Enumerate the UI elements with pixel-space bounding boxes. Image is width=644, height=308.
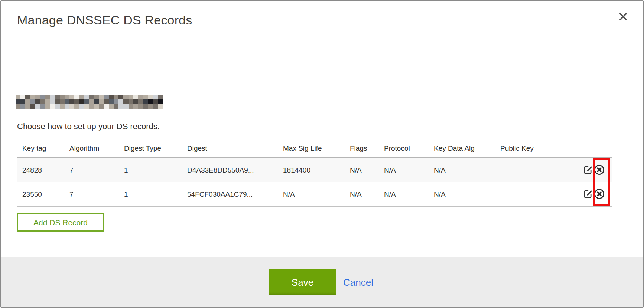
cell-protocol: N/A [384, 190, 396, 199]
x-circle-icon [594, 189, 605, 200]
column-header-protocol: Protocol [384, 144, 410, 153]
edit-icon [583, 189, 593, 200]
cell-key-tag: 24828 [22, 166, 42, 174]
redacted-domain-name [16, 95, 163, 109]
add-ds-record-button[interactable]: Add DS Record [17, 213, 104, 232]
cell-digest: 54FCF030AA1C79... [187, 190, 253, 199]
column-header-max-sig-life: Max Sig Life [283, 144, 322, 153]
close-icon [618, 11, 629, 23]
x-circle-icon [594, 164, 605, 176]
column-header-public-key: Public Key [500, 144, 534, 153]
instruction-text: Choose how to set up your DS records. [17, 122, 160, 131]
edit-record-button[interactable] [582, 165, 593, 176]
cell-digest-type: 1 [124, 190, 128, 199]
delete-record-button[interactable] [593, 189, 605, 200]
cell-flags: N/A [350, 190, 362, 199]
column-header-key-tag: Key tag [22, 144, 46, 153]
cell-key-data-alg: N/A [434, 190, 446, 199]
cell-max-sig-life: N/A [283, 190, 295, 199]
column-header-digest: Digest [187, 144, 207, 153]
cell-max-sig-life: 1814400 [283, 166, 310, 174]
column-header-flags: Flags [350, 144, 367, 153]
table-header-row: Key tag Algorithm Digest Type Digest Max… [17, 136, 612, 157]
column-header-algorithm: Algorithm [69, 144, 99, 153]
cancel-link[interactable]: Cancel [343, 277, 373, 288]
table-bottom-border [17, 206, 612, 207]
column-header-key-data-alg: Key Data Alg [434, 144, 475, 153]
edit-icon [583, 165, 593, 176]
modal-footer: Save Cancel [1, 257, 643, 307]
table-row: 23550 7 1 54FCF030AA1C79... N/A N/A N/A … [17, 182, 612, 206]
cell-digest: D4A33E8DD550A9... [187, 166, 254, 174]
page-title: Manage DNSSEC DS Records [17, 13, 192, 27]
cell-key-tag: 23550 [22, 190, 42, 199]
close-button[interactable] [617, 10, 630, 24]
cell-digest-type: 1 [124, 166, 128, 174]
cell-algorithm: 7 [69, 190, 74, 199]
cell-key-data-alg: N/A [434, 166, 446, 174]
edit-record-button[interactable] [582, 189, 593, 200]
cell-flags: N/A [350, 166, 362, 174]
delete-record-button[interactable] [593, 165, 605, 176]
dnssec-modal-window: Manage DNSSEC DS Records Choose how to s… [0, 0, 644, 308]
save-button[interactable]: Save [269, 269, 336, 295]
cell-algorithm: 7 [69, 166, 74, 174]
column-header-digest-type: Digest Type [124, 144, 161, 153]
ds-records-table: Key tag Algorithm Digest Type Digest Max… [17, 136, 612, 207]
cell-protocol: N/A [384, 166, 396, 174]
table-row: 24828 7 1 D4A33E8DD550A9... 1814400 N/A … [17, 158, 612, 182]
